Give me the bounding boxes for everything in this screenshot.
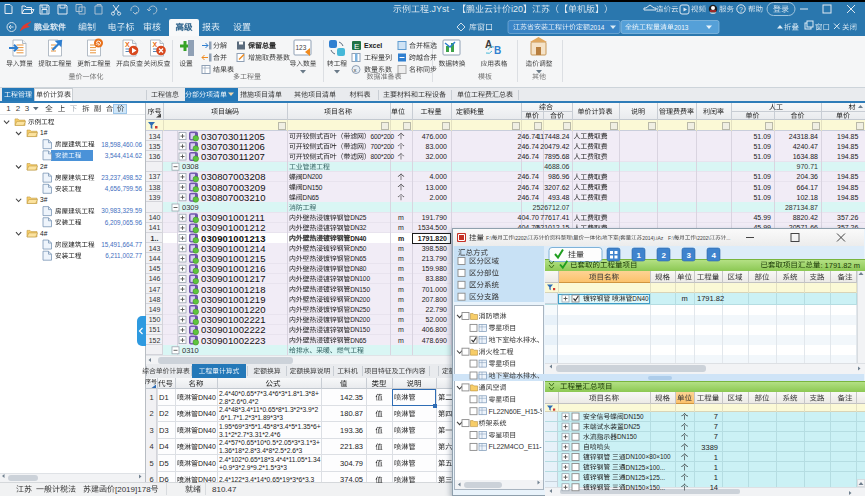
svg-text:m: m — [681, 294, 687, 303]
svg-text:\: \ — [601, 235, 603, 241]
svg-text:(: ( — [619, 235, 621, 241]
svg-text:2: 2 — [662, 251, 667, 260]
svg-text:1: 1 — [714, 473, 718, 482]
svg-text:1: 1 — [637, 251, 642, 260]
svg-text:DN40: DN40 — [632, 295, 649, 302]
svg-text:DN125×125...: DN125×125... — [626, 474, 666, 481]
svg-text:1: 1 — [714, 453, 718, 462]
svg-text:2014).iAz: 2014).iAz — [642, 235, 664, 241]
svg-text:\2202\: \2202\ — [514, 235, 528, 241]
svg-text:FL22M4CO_E11-: FL22M4CO_E11- — [489, 443, 543, 451]
svg-text:DN150: DN150 — [624, 413, 644, 420]
svg-text:1: 1 — [714, 463, 718, 472]
svg-text:14: 14 — [710, 483, 718, 492]
svg-text:DN100×80×100: DN100×80×100 — [626, 453, 671, 460]
svg-text:: 1791.82 m: : 1791.82 m — [820, 261, 860, 270]
svg-text:DN150: DN150 — [617, 433, 637, 440]
svg-text:7: 7 — [714, 412, 718, 421]
svg-text:F:\: F:\ — [668, 235, 674, 241]
svg-text:7: 7 — [714, 422, 718, 431]
svg-text:DN25: DN25 — [624, 423, 641, 430]
svg-text:FL22N60E_H15-: FL22N60E_H15- — [489, 408, 541, 416]
svg-text:...: ... — [549, 443, 555, 450]
svg-text:7: 7 — [714, 432, 718, 441]
svg-text:F:\: F:\ — [486, 235, 492, 241]
svg-text:3389: 3389 — [701, 443, 718, 452]
svg-text:\2202\: \2202\ — [696, 235, 710, 241]
svg-text:4: 4 — [712, 251, 717, 260]
svg-text:DN125×100...: DN125×100... — [626, 464, 666, 471]
svg-text:DN150×150...: DN150×150... — [626, 484, 666, 491]
svg-text:3: 3 — [687, 251, 692, 260]
svg-text:...: ... — [726, 235, 730, 241]
svg-text:1791.82: 1791.82 — [697, 294, 724, 303]
